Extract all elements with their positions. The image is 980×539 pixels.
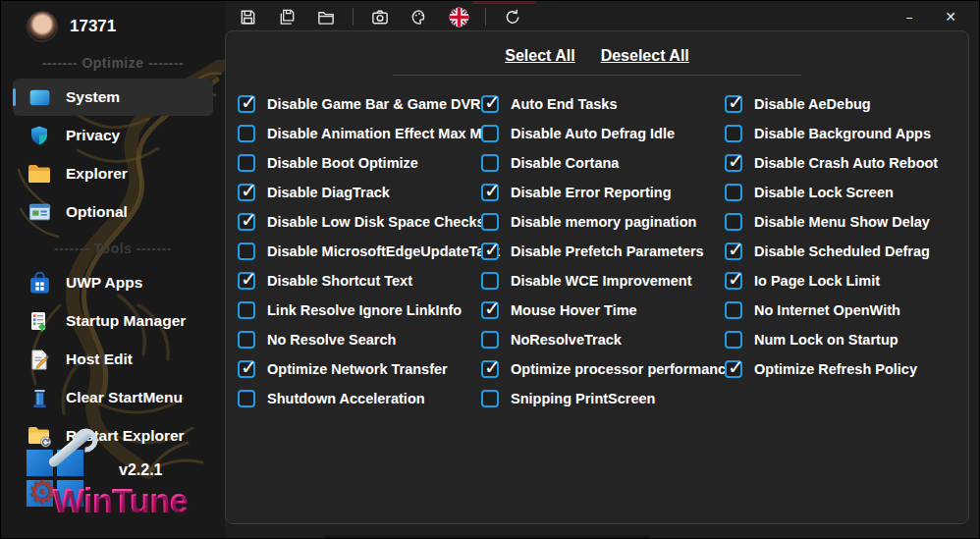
theme-palette-button[interactable] bbox=[407, 4, 432, 29]
deselect-all-button[interactable]: Deselect All bbox=[601, 47, 689, 65]
brand-name: WinTune bbox=[52, 481, 188, 520]
open-folder-icon bbox=[316, 8, 336, 27]
user-avatar bbox=[27, 11, 58, 42]
save-all-button[interactable] bbox=[274, 4, 299, 29]
option-label: Disable Prefetch Parameters bbox=[511, 243, 704, 259]
sidebar-item-system[interactable]: System bbox=[13, 79, 213, 116]
option-row: Disable Error Reporting bbox=[481, 178, 725, 207]
wintune-window: { "titlebar": { "minimize_glyph": "–", "… bbox=[0, 0, 980, 539]
option-row: Disable Background Apps bbox=[725, 119, 968, 148]
minimize-button[interactable]: – bbox=[889, 2, 930, 31]
host-edit-icon bbox=[27, 347, 52, 372]
checkbox[interactable] bbox=[725, 125, 742, 142]
option-label: Disable WCE Improvement bbox=[511, 273, 692, 289]
checkbox[interactable] bbox=[238, 390, 255, 407]
checkbox[interactable] bbox=[238, 213, 255, 231]
save-icon bbox=[239, 8, 257, 27]
option-row: Optimize processor performance bbox=[481, 354, 725, 384]
sidebar-item-label: Host Edit bbox=[66, 350, 133, 368]
selected-indicator bbox=[13, 88, 16, 106]
clear-startmenu-icon bbox=[27, 385, 52, 410]
checkbox[interactable] bbox=[238, 331, 255, 349]
option-row: Io Page Lock Limit bbox=[725, 266, 968, 296]
toolbar bbox=[225, 4, 525, 29]
option-label: Disable Scheduled Defrag bbox=[754, 243, 930, 259]
option-row: No Resolve Search bbox=[238, 325, 481, 354]
checkbox[interactable] bbox=[238, 184, 255, 201]
sidebar-item-optional[interactable]: Optional bbox=[13, 193, 213, 231]
checkbox[interactable] bbox=[481, 301, 499, 319]
sidebar-item-explorer[interactable]: Explorer bbox=[13, 155, 213, 192]
select-all-button[interactable]: Select All bbox=[505, 47, 574, 65]
language-flag-uk-button[interactable] bbox=[446, 4, 471, 29]
close-button[interactable]: ✕ bbox=[930, 2, 971, 31]
checkbox[interactable] bbox=[238, 360, 255, 378]
checkbox[interactable] bbox=[481, 243, 499, 260]
checkbox[interactable] bbox=[725, 243, 742, 260]
checkbox[interactable] bbox=[725, 213, 742, 231]
option-row: Disable Cortana bbox=[481, 148, 725, 178]
refresh-button[interactable] bbox=[500, 4, 525, 29]
checkbox[interactable] bbox=[481, 154, 499, 172]
theme-palette-icon bbox=[409, 8, 429, 27]
option-label: Link Resolve Ignore LinkInfo bbox=[267, 302, 462, 318]
open-folder-button[interactable] bbox=[313, 4, 339, 29]
checkbox[interactable] bbox=[481, 390, 499, 407]
screenshot-icon bbox=[370, 8, 390, 27]
option-label: Num Lock on Startup bbox=[754, 332, 898, 348]
option-row: Auto End Tasks bbox=[481, 89, 725, 119]
username: 17371 bbox=[70, 17, 116, 36]
option-label: Disable Shortcut Text bbox=[267, 273, 412, 289]
checkbox[interactable] bbox=[725, 272, 742, 290]
checkbox[interactable] bbox=[481, 360, 499, 378]
option-label: Optimize Network Transfer bbox=[267, 361, 448, 377]
checkbox[interactable] bbox=[725, 154, 742, 172]
checkbox[interactable] bbox=[238, 95, 255, 113]
sidebar-item-privacy[interactable]: Privacy bbox=[13, 117, 213, 154]
checkbox[interactable] bbox=[481, 213, 499, 231]
option-row: Disable Boot Optimize bbox=[238, 148, 481, 178]
sidebar: 17371 ------- Optimize -------SystemPriv… bbox=[1, 1, 225, 539]
brand-area: ⚙ v2.2.1 WinTune bbox=[1, 448, 225, 532]
sidebar-item-host-edit[interactable]: Host Edit bbox=[13, 341, 213, 378]
checkbox[interactable] bbox=[725, 95, 742, 113]
checkbox[interactable] bbox=[238, 272, 255, 290]
checkbox[interactable] bbox=[481, 331, 499, 349]
option-row: Disable Lock Screen bbox=[725, 178, 968, 207]
option-row: Mouse Hover Time bbox=[481, 296, 725, 325]
sidebar-item-label: Optional bbox=[66, 203, 128, 221]
checkbox[interactable] bbox=[725, 301, 742, 319]
checkbox[interactable] bbox=[725, 331, 742, 349]
checkbox[interactable] bbox=[481, 95, 499, 113]
save-button[interactable] bbox=[235, 4, 260, 29]
option-row: Num Lock on Startup bbox=[725, 325, 968, 354]
save-all-icon bbox=[278, 8, 297, 27]
option-label: Disable memory pagination bbox=[511, 214, 696, 230]
sidebar-item-uwp-apps[interactable]: UWP Apps bbox=[13, 264, 213, 301]
user-profile[interactable]: 17371 bbox=[1, 1, 225, 46]
toolbar-separator bbox=[353, 8, 354, 26]
screenshot-button[interactable] bbox=[367, 4, 393, 29]
section-label: ------- Optimize ------- bbox=[9, 46, 217, 78]
checkbox[interactable] bbox=[481, 184, 499, 201]
checkbox[interactable] bbox=[238, 301, 255, 319]
checkbox[interactable] bbox=[725, 360, 742, 378]
startup-manager-icon bbox=[27, 308, 52, 334]
checkbox[interactable] bbox=[238, 243, 255, 260]
option-row: Disable Game Bar & Game DVR bbox=[238, 89, 481, 119]
sidebar-item-clear-startmenu[interactable]: Clear StartMenu bbox=[13, 379, 213, 416]
option-label: Disable Boot Optimize bbox=[267, 155, 418, 171]
checkbox[interactable] bbox=[238, 125, 255, 142]
checkbox[interactable] bbox=[238, 154, 255, 172]
option-label: Disable Auto Defrag Idle bbox=[511, 126, 675, 141]
checkbox[interactable] bbox=[725, 184, 742, 201]
option-row: Disable Shortcut Text bbox=[238, 266, 481, 296]
checkbox[interactable] bbox=[481, 272, 499, 290]
sidebar-item-label: Explorer bbox=[66, 165, 128, 183]
option-label: Disable MicrosoftEdgeUpdateTask bbox=[267, 243, 500, 259]
sidebar-item-startup-manager[interactable]: Startup Manager bbox=[13, 302, 213, 340]
checkbox[interactable] bbox=[481, 125, 499, 142]
option-label: Disable Background Apps bbox=[754, 126, 931, 141]
panel-header: Select All Deselect All bbox=[226, 31, 968, 65]
option-row: Disable WCE Improvement bbox=[481, 266, 725, 296]
